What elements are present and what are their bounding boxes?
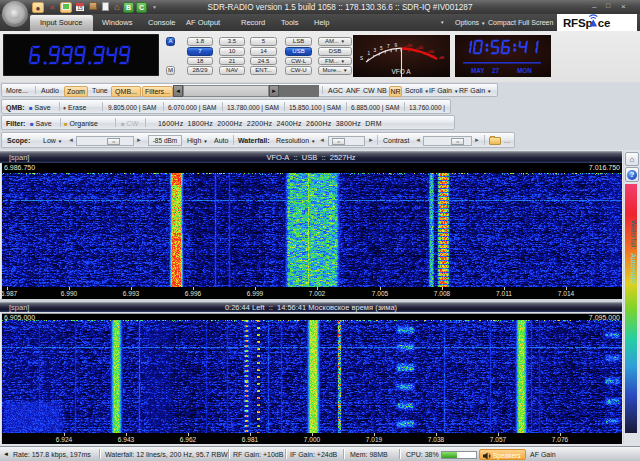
svg-text:VFO A: VFO A xyxy=(391,68,411,75)
svg-text:3: 3 xyxy=(374,48,377,53)
svg-text:RFSp: RFSp xyxy=(563,17,592,29)
svg-text:9: 9 xyxy=(395,43,398,48)
svg-text:1: 1 xyxy=(368,51,371,56)
svg-text:MAY: MAY xyxy=(471,67,485,74)
svg-text:MON: MON xyxy=(517,67,532,74)
svg-text:7: 7 xyxy=(387,44,390,49)
svg-text:+60: +60 xyxy=(427,49,435,54)
svg-text:ce: ce xyxy=(598,17,610,29)
svg-text:dB: dB xyxy=(439,55,444,60)
svg-text:27: 27 xyxy=(492,67,500,74)
svg-text:5: 5 xyxy=(380,46,383,51)
svg-text:+20: +20 xyxy=(405,43,413,48)
svg-text:S: S xyxy=(360,56,363,61)
svg-text:+40: +40 xyxy=(416,45,424,50)
